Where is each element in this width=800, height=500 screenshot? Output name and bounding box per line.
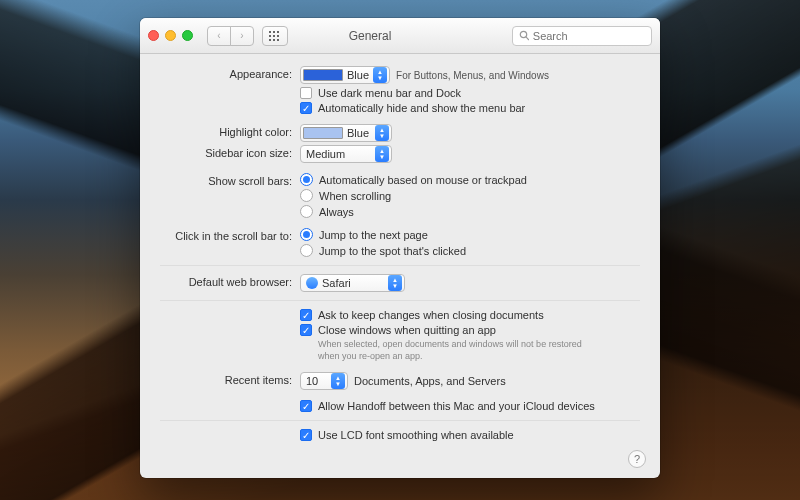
- browser-label: Default web browser:: [160, 274, 300, 288]
- back-button[interactable]: ‹: [207, 26, 231, 46]
- ask-changes-checkbox[interactable]: ✓: [300, 309, 312, 321]
- ask-changes-label: Ask to keep changes when closing documen…: [318, 309, 544, 321]
- autohide-checkbox[interactable]: ✓: [300, 102, 312, 114]
- help-button[interactable]: ?: [628, 450, 646, 468]
- appearance-select[interactable]: Blue ▲▼: [300, 66, 390, 84]
- autohide-label: Automatically hide and show the menu bar: [318, 102, 525, 114]
- preferences-window: ‹ › General Appearance: Blue ▲▼ For Butt: [140, 18, 660, 478]
- recent-value: 10: [306, 375, 318, 387]
- window-title: General: [236, 29, 504, 43]
- close-windows-label: Close windows when quitting an app: [318, 324, 496, 336]
- browser-value: Safari: [322, 277, 351, 289]
- svg-line-10: [526, 37, 529, 40]
- sidebar-value: Medium: [306, 148, 345, 160]
- lcd-label: Use LCD font smoothing when available: [318, 429, 514, 441]
- stepper-icon: ▲▼: [388, 275, 402, 291]
- recent-suffix: Documents, Apps, and Servers: [354, 375, 506, 387]
- click-radio-spot[interactable]: [300, 244, 313, 257]
- color-swatch: [303, 127, 343, 139]
- scroll-opt-2: Always: [319, 206, 354, 218]
- highlight-select[interactable]: Blue ▲▼: [300, 124, 392, 142]
- stepper-icon: ▲▼: [373, 67, 387, 83]
- close-windows-note: When selected, open documents and window…: [300, 339, 600, 362]
- highlight-value: Blue: [347, 127, 369, 139]
- browser-select[interactable]: Safari ▲▼: [300, 274, 405, 292]
- stepper-icon: ▲▼: [331, 373, 345, 389]
- search-field[interactable]: [512, 26, 652, 46]
- click-scroll-label: Click in the scroll bar to:: [160, 228, 300, 242]
- scroll-opt-0: Automatically based on mouse or trackpad: [319, 174, 527, 186]
- zoom-button[interactable]: [182, 30, 193, 41]
- scroll-radio-scrolling[interactable]: [300, 189, 313, 202]
- click-radio-next[interactable]: [300, 228, 313, 241]
- scroll-label: Show scroll bars:: [160, 173, 300, 187]
- stepper-icon: ▲▼: [375, 146, 389, 162]
- handoff-label: Allow Handoff between this Mac and your …: [318, 400, 595, 412]
- sidebar-size-select[interactable]: Medium ▲▼: [300, 145, 392, 163]
- appearance-label: Appearance:: [160, 66, 300, 80]
- dark-menu-label: Use dark menu bar and Dock: [318, 87, 461, 99]
- appearance-hint: For Buttons, Menus, and Windows: [396, 70, 549, 81]
- close-windows-checkbox[interactable]: ✓: [300, 324, 312, 336]
- minimize-button[interactable]: [165, 30, 176, 41]
- svg-point-9: [520, 31, 526, 37]
- titlebar: ‹ › General: [140, 18, 660, 54]
- handoff-checkbox[interactable]: ✓: [300, 400, 312, 412]
- scroll-radio-always[interactable]: [300, 205, 313, 218]
- scroll-radio-auto[interactable]: [300, 173, 313, 186]
- scroll-opt-1: When scrolling: [319, 190, 391, 202]
- highlight-label: Highlight color:: [160, 124, 300, 138]
- traffic-lights: [148, 30, 193, 41]
- appearance-value: Blue: [347, 69, 369, 81]
- click-opt-0: Jump to the next page: [319, 229, 428, 241]
- sidebar-label: Sidebar icon size:: [160, 145, 300, 159]
- recent-label: Recent items:: [160, 372, 300, 386]
- search-input[interactable]: [533, 30, 645, 42]
- click-opt-1: Jump to the spot that's clicked: [319, 245, 466, 257]
- search-icon: [519, 30, 529, 41]
- recent-select[interactable]: 10 ▲▼: [300, 372, 348, 390]
- close-button[interactable]: [148, 30, 159, 41]
- lcd-checkbox[interactable]: ✓: [300, 429, 312, 441]
- safari-icon: [306, 277, 318, 289]
- dark-menu-checkbox[interactable]: [300, 87, 312, 99]
- content-area: Appearance: Blue ▲▼ For Buttons, Menus, …: [140, 54, 660, 478]
- color-swatch: [303, 69, 343, 81]
- stepper-icon: ▲▼: [375, 125, 389, 141]
